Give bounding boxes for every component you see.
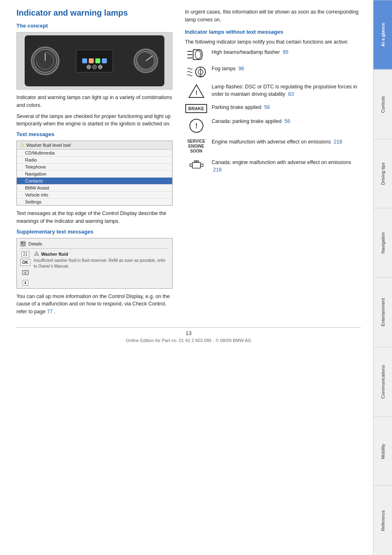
canada-parking-icon: ! (189, 118, 204, 134)
washer-fluid-icon (34, 251, 39, 257)
footer-divider (16, 327, 361, 328)
lamp-row-dsc: ! Lamp flashes: DSC or DTC is regulating… (185, 83, 361, 99)
supp-left-icons: 21 OK ⬇ (20, 251, 30, 286)
list-item[interactable]: Vehicle info (17, 192, 172, 199)
lamp-link-service-engine[interactable]: 218 (334, 139, 342, 145)
lamp-link-fog[interactable]: 96 (238, 66, 244, 72)
lamp-row-canada-parking: ! Canada: parking brake applied 56 (185, 118, 361, 134)
sidebar-tab-driving-tips[interactable]: Driving tips (374, 139, 392, 208)
sidebar: At a glance Controls Driving tips Naviga… (373, 0, 392, 555)
svg-rect-29 (197, 161, 198, 162)
lamp-row-fog: Fog lamps 96 (185, 65, 361, 79)
canada-engine-icon-cell (185, 159, 208, 171)
page-number: 13 (186, 330, 191, 336)
fog-icon-cell (185, 65, 208, 79)
supp-item-name: Washer fluid (41, 252, 68, 257)
msg-header: ⚠ Washer fluid level low! (17, 141, 172, 150)
center-display (76, 50, 113, 72)
sidebar-tab-entertainment[interactable]: Entertainment (374, 278, 392, 347)
supp-para-end: . (54, 309, 55, 314)
lamp-link-canada-engine[interactable]: 218 (213, 167, 221, 173)
brake-text-icon: BRAKE (185, 104, 207, 113)
svg-rect-27 (201, 164, 203, 166)
svg-point-14 (36, 254, 37, 255)
list-item[interactable]: Radio (17, 157, 172, 164)
svg-point-18 (195, 51, 201, 59)
details-icon (20, 241, 26, 247)
indicator-lamps-list: High beams/headlamp flasher 95 (185, 49, 361, 173)
supp-scroll-button[interactable]: ⬇ (23, 280, 28, 286)
svg-text:!: ! (195, 123, 197, 130)
sidebar-tab-mobility[interactable]: Mobility (374, 416, 392, 486)
highbeam-icon (187, 49, 206, 60)
supp-header-label: Details (28, 241, 42, 246)
lamp-link-highbeam[interactable]: 95 (283, 49, 288, 55)
list-item[interactable]: Telephone (17, 164, 172, 171)
warning-icon: ⚠ (20, 142, 25, 148)
svg-rect-28 (194, 161, 196, 162)
page-footer: 13 Online Edition for Part no. 01 41 2 6… (16, 327, 361, 343)
list-item[interactable]: CD/Multimedia (17, 150, 172, 157)
svg-rect-25 (192, 162, 201, 168)
supp-para: You can call up more information on the … (16, 293, 173, 316)
instrument-cluster-image (16, 32, 173, 90)
supp-content: 21 OK ⬇ (20, 251, 169, 286)
page-credit: Online Edition for Part no. 01 41 2 603 … (126, 338, 251, 343)
svg-rect-10 (23, 271, 28, 275)
right-gauge (134, 49, 158, 73)
brake-icon-cell: BRAKE (185, 104, 208, 113)
lamp-text-fog: Fog lamps 96 (212, 65, 361, 73)
concept-para2: Several of the lamps are checked for pro… (16, 113, 173, 128)
lamp-link-brake[interactable]: 56 (264, 104, 270, 110)
supp-item-title: Washer fluid (34, 251, 169, 257)
lamp-link-dsc[interactable]: 83 (288, 91, 294, 97)
list-item[interactable]: Navigation (17, 171, 172, 178)
svg-rect-8 (21, 242, 23, 244)
sidebar-tab-navigation[interactable]: Navigation (374, 208, 392, 278)
sidebar-tab-communications[interactable]: Communications (374, 347, 392, 416)
supp-para-link[interactable]: 77 (47, 309, 53, 314)
left-gauge (31, 46, 60, 75)
left-column: Indicator and warning lamps The concept (16, 8, 173, 319)
text-messages-title: Text messages (16, 131, 173, 137)
text-messages-para: Text messages at the top edge of the Con… (16, 210, 173, 225)
canada-parking-icon-cell: ! (185, 118, 208, 134)
lamp-text-service-engine: Engine malfunction with adverse effect o… (212, 139, 361, 146)
supp-header: Details (20, 241, 169, 249)
lamp-row-highbeam: High beams/headlamp flasher 95 (185, 49, 361, 60)
list-item[interactable]: BMW Assist (17, 185, 172, 192)
indicator-intro: The following indicator lamps notify you… (185, 38, 361, 46)
supp-item-body: Insufficient washer fluid in fluid reser… (34, 258, 169, 269)
list-item[interactable]: Contacts (17, 178, 172, 185)
lamp-text-dsc: Lamp flashes: DSC or DTC is regulating t… (212, 83, 361, 98)
sidebar-tab-controls[interactable]: Controls (374, 69, 392, 139)
concept-title: The concept (16, 23, 173, 29)
svg-text:!: ! (195, 90, 197, 96)
right-intro: In urgent cases, this information will b… (185, 8, 361, 24)
lamp-text-brake: Parking brake applied 56 (212, 104, 361, 111)
supp-item-num: 21 (21, 251, 29, 257)
indicator-title: Indicator lamps without text messages (185, 29, 361, 35)
lamp-link-canada-parking[interactable]: 56 (284, 118, 290, 124)
supp-right-text: Washer fluid Insufficient washer fluid i… (34, 251, 169, 286)
main-title: Indicator and warning lamps (16, 8, 173, 18)
svg-point-4 (98, 65, 102, 69)
lamp-row-brake: BRAKE Parking brake applied 56 (185, 104, 361, 113)
supp-ok-button[interactable]: OK (20, 259, 30, 266)
fog-lamp-icon (187, 65, 206, 79)
svg-point-3 (92, 65, 97, 69)
service-engine-text-icon: SERVICEENGINESOON (187, 139, 206, 154)
highbeam-icon-cell (185, 49, 208, 60)
sidebar-tab-reference[interactable]: Reference (374, 486, 392, 555)
lamp-row-service-engine: SERVICEENGINESOON Engine malfunction wit… (185, 139, 361, 154)
svg-point-2 (87, 65, 91, 69)
canada-engine-icon (188, 159, 205, 171)
sidebar-tab-at-a-glance[interactable]: At a glance (374, 0, 392, 69)
dsc-triangle-icon: ! (188, 83, 205, 99)
concept-para1: Indicator and warning lamps can light up… (16, 94, 173, 109)
msg-menu-list: CD/Multimedia Radio Telephone Navigation… (17, 150, 172, 205)
text-messages-screenshot: ⚠ Washer fluid level low! CD/Multimedia … (16, 141, 173, 206)
list-item[interactable]: Settings (17, 199, 172, 205)
right-column: In urgent cases, this information will b… (185, 8, 361, 319)
lamp-text-highbeam: High beams/headlamp flasher 95 (212, 49, 361, 56)
